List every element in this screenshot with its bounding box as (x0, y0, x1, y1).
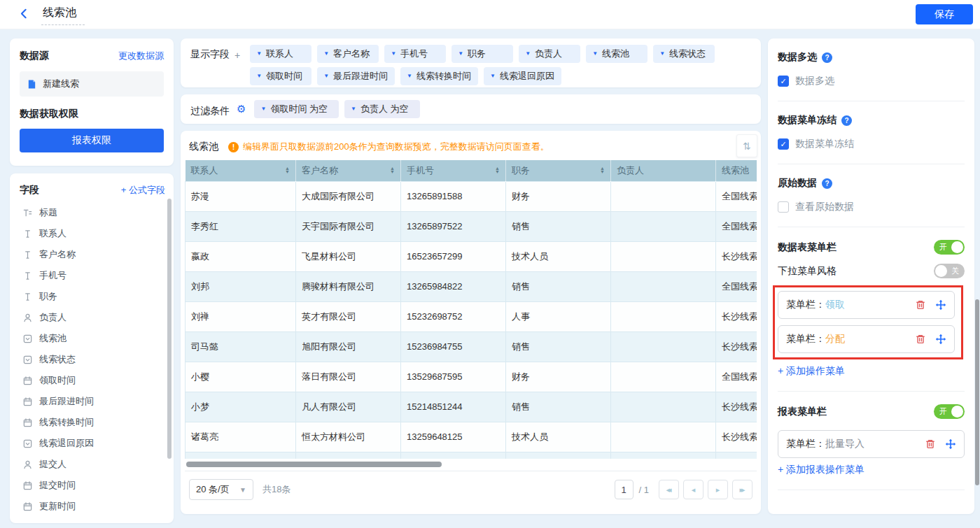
field-item[interactable]: 标题 (20, 202, 165, 223)
table-cell: 小樱 (186, 362, 296, 392)
sort-carets-icon[interactable]: ▲▼ (600, 167, 605, 173)
current-page-input[interactable]: 1 (615, 480, 634, 499)
calendar-icon (22, 376, 33, 386)
display-field-chip[interactable]: ▼ 客户名称 (317, 45, 379, 63)
field-item[interactable]: 负责人 (20, 307, 165, 328)
display-field-chip[interactable]: ▼ 线索退回原因 (484, 67, 561, 85)
help-icon[interactable]: ? (822, 178, 832, 189)
change-datasource-link[interactable]: 更改数据源 (118, 50, 164, 62)
sort-carets-icon[interactable]: ▲▼ (285, 167, 290, 173)
display-field-chip[interactable]: ▼ 线索转换时间 (400, 67, 478, 85)
display-field-chip[interactable]: ▼ 领取时间 (250, 67, 312, 85)
sort-carets-icon[interactable]: ▲▼ (390, 167, 395, 173)
table-cell: 销售 (506, 331, 611, 362)
table-menu-toggle[interactable]: 开 (934, 240, 965, 255)
table-row[interactable]: 刘邦腾骏材料有限公司13265984822销售全国线索 (186, 271, 757, 301)
multi-select-checkbox-label: 数据多选 (795, 75, 834, 87)
field-item[interactable]: 客户名称 (20, 244, 165, 265)
fields-scrollbar[interactable] (167, 199, 172, 459)
column-header[interactable]: 线索池 (716, 160, 757, 181)
trash-icon[interactable] (925, 438, 936, 450)
display-field-chip[interactable]: ▼ 职务 (451, 45, 513, 63)
field-item[interactable]: 提交人 (20, 454, 165, 475)
page-total-label: / 1 (639, 485, 649, 495)
display-field-chip[interactable]: ▼ 联系人 (250, 45, 312, 63)
field-item[interactable]: 线索状态 (20, 349, 165, 370)
field-item[interactable]: 线索池 (20, 328, 165, 349)
dropdown-style-toggle[interactable]: 关 (934, 264, 965, 278)
next-page-button[interactable]: ▸ (708, 480, 728, 499)
table-row[interactable]: 苏漫大成国际有限公司13265891588财务全国线索 (186, 181, 757, 211)
column-header[interactable]: 手机号▲▼ (401, 160, 506, 181)
report-menu-items: 菜单栏： 批量导入 (778, 427, 965, 458)
column-header[interactable]: 客户名称▲▼ (296, 160, 401, 181)
page-size-select[interactable]: 20 条/页 ▼ (189, 479, 253, 500)
back-button[interactable] (18, 8, 30, 22)
report-permission-button[interactable]: 报表权限 (20, 129, 164, 152)
field-item[interactable]: 手机号 (20, 265, 165, 286)
field-item[interactable]: 联系人 (20, 223, 165, 244)
table-row[interactable]: 李秀红天宇国际有限公司13265897522销售全国线索 (186, 211, 757, 241)
filter-chip[interactable]: ▼ 负责人 为空 (344, 100, 420, 118)
column-header[interactable]: 负责人 (611, 160, 716, 181)
sort-carets-icon[interactable]: ▲▼ (495, 167, 500, 173)
trash-icon[interactable] (915, 334, 926, 345)
checkbox-multi-select[interactable]: ✓ (778, 76, 789, 87)
multi-select-checkbox-row[interactable]: ✓ 数据多选 (778, 75, 965, 87)
field-label: 领取时间 (39, 374, 76, 387)
page-title[interactable]: 线索池 (41, 4, 85, 25)
field-item[interactable]: 更新时间 (20, 496, 165, 517)
divider (778, 391, 965, 392)
formula-field-link[interactable]: + 公式字段 (121, 184, 165, 197)
column-header[interactable]: 职务▲▼ (506, 160, 611, 181)
filter-chip[interactable]: ▼ 领取时间 为空 (254, 100, 339, 118)
table-row[interactable]: 嬴政飞星材料公司16523657299技术人员长沙线索 (186, 241, 757, 271)
field-item[interactable]: 职务 (20, 286, 165, 307)
sort-order-button[interactable]: ⇅ (736, 134, 757, 157)
add-display-field-button[interactable]: + (234, 50, 240, 81)
first-page-button[interactable]: ◂◂ (659, 480, 679, 499)
display-field-chip[interactable]: ▼ 最后跟进时间 (317, 67, 395, 85)
field-item[interactable]: 领取时间 (20, 370, 165, 391)
menu-bar-item[interactable]: 菜单栏： 批量导入 (778, 430, 965, 458)
save-button[interactable]: 保存 (916, 4, 973, 24)
display-field-chip[interactable]: ▼ 手机号 (384, 45, 446, 63)
menu-freeze-checkbox-row[interactable]: ✓ 数据菜单冻结 (778, 138, 965, 150)
display-field-chip[interactable]: ▼ 负责人 (519, 45, 580, 63)
raw-data-checkbox-row[interactable]: 查看原始数据 (778, 201, 965, 213)
permission-title: 数据获取权限 (20, 108, 164, 120)
dropdown-triangle-icon: ▼ (407, 73, 412, 79)
checkbox-menu-freeze[interactable]: ✓ (778, 138, 789, 150)
menu-bar-item[interactable]: 菜单栏： 分配 (778, 325, 955, 353)
window-scrollbar[interactable] (975, 299, 979, 485)
move-icon[interactable] (935, 299, 946, 311)
text-icon (22, 250, 33, 260)
field-item[interactable]: 提交时间 (20, 475, 165, 496)
datasource-item[interactable]: 新建线索 (20, 71, 164, 97)
field-item[interactable]: 线索转换时间 (20, 412, 165, 433)
prev-page-button[interactable]: ◂ (683, 480, 704, 499)
checkbox-raw-data[interactable] (778, 201, 789, 213)
gear-icon[interactable]: ⚙ (237, 103, 246, 115)
display-field-chip[interactable]: ▼ 线索状态 (653, 45, 715, 63)
move-icon[interactable] (945, 438, 956, 450)
help-icon[interactable]: ? (822, 52, 832, 63)
report-menu-toggle[interactable]: 开 (934, 404, 965, 419)
last-page-button[interactable]: ▸▸ (732, 480, 752, 499)
table-row[interactable]: 小梦凡人有限公司15214851244销售长沙线索 (186, 392, 757, 422)
field-item[interactable]: 最后跟进时间 (20, 391, 165, 412)
trash-icon[interactable] (915, 299, 926, 311)
field-item[interactable]: 线索退回原因 (20, 433, 165, 454)
table-row[interactable]: 司马懿旭阳有限公司15236984755销售长沙线索 (186, 331, 757, 362)
table-row[interactable]: 诸葛亮恒太方材料公司13259648125技术人员长沙线索 (186, 422, 757, 452)
help-icon[interactable]: ? (841, 115, 852, 126)
menu-bar-item[interactable]: 菜单栏： 领取 (778, 291, 955, 319)
column-header[interactable]: 联系人▲▼ (186, 160, 296, 181)
add-action-menu-link[interactable]: + 添加操作菜单 (778, 365, 965, 378)
display-field-chip[interactable]: ▼ 线索池 (586, 45, 648, 63)
table-row[interactable]: 刘禅英才有限公司15232698752人事长沙线索 (186, 301, 757, 331)
add-report-menu-link[interactable]: + 添加报表操作菜单 (778, 464, 965, 476)
table-row[interactable]: 小樱落日有限公司13529687595财务全国线索 (186, 362, 757, 392)
move-icon[interactable] (935, 334, 946, 345)
horizontal-scrollbar[interactable] (186, 462, 442, 467)
